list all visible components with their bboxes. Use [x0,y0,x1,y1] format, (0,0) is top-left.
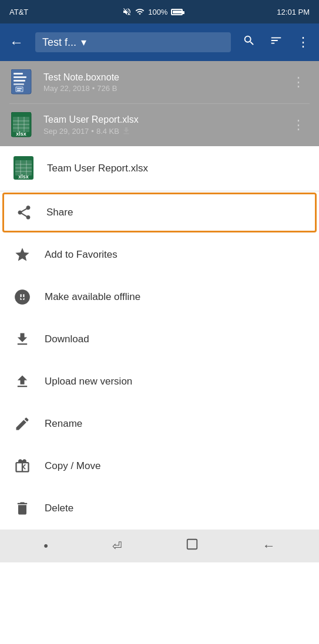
share-icon [14,202,35,223]
battery-percent: 100% [148,8,167,16]
signal-icon [135,7,145,16]
carrier-label: AT&T [9,8,28,16]
favorites-label: Add to Favorites [45,249,117,261]
svg-rect-4 [14,83,24,85]
dropdown-icon: ▾ [81,36,86,49]
file-name-xlsx: Team User Report.xlsx [43,114,279,125]
menu-item-rename[interactable]: Rename [0,403,319,445]
xlsx-file-icon: xlsx [9,112,35,138]
menu-header: xlsx Team User Report.xlsx [0,146,319,191]
copy-icon [12,456,33,477]
menu-item-upload[interactable]: Upload new version [0,360,319,403]
folder-title-button[interactable]: Test f... ▾ [35,32,231,52]
svg-rect-2 [14,76,26,78]
copy-label: Copy / Move [45,460,100,472]
share-label: Share [46,207,73,218]
nav-home-button[interactable] [176,533,208,559]
context-menu: xlsx Team User Report.xlsx Share Add to … [0,146,319,530]
menu-item-share[interactable]: Share [2,193,317,232]
boxnote-file-icon [9,69,35,95]
more-button[interactable]: ⋮ [292,30,314,55]
file-name-boxnote: Test Note.boxnote [43,72,279,83]
nav-back-button[interactable]: ← [253,534,285,558]
menu-header-xlsx-icon: xlsx [12,156,38,181]
menu-item-favorites[interactable]: Add to Favorites [0,234,319,276]
folder-title: Test f... [42,36,76,49]
download-icon [12,329,33,350]
app-bar: ← Test f... ▾ ⋮ [0,23,319,61]
status-icons: 100% [122,7,183,16]
svg-rect-1 [14,73,23,75]
menu-xlsx-icon: xlsx [14,156,36,181]
menu-header-title: Team User Report.xlsx [47,163,148,174]
menu-item-delete[interactable]: Delete [0,487,319,530]
file-more-button-boxnote[interactable]: ⋮ [287,72,310,92]
back-button[interactable]: ← [5,29,28,55]
battery-icon [171,9,183,15]
file-list-background: Test Note.boxnote May 22, 2018 • 726 B ⋮… [0,61,319,146]
svg-text:xlsx: xlsx [18,174,29,180]
search-button[interactable] [238,29,260,55]
delete-label: Delete [45,503,73,514]
file-more-button-xlsx[interactable]: ⋮ [287,115,310,135]
file-item-xlsx[interactable]: xlsx Team User Report.xlsx Sep 29, 2017 … [0,104,319,146]
svg-text:xlsx: xlsx [16,131,26,137]
nav-recent-button[interactable]: ⏎ [103,534,132,558]
file-info-boxnote: Test Note.boxnote May 22, 2018 • 726 B [43,72,279,93]
boxnote-icon [11,69,33,95]
rename-label: Rename [45,418,82,430]
svg-rect-3 [14,80,25,82]
menu-item-offline[interactable]: Make available offline [0,276,319,318]
file-meta-xlsx: Sep 29, 2017 • 8.4 KB [43,126,279,136]
menu-item-download[interactable]: Download [0,318,319,360]
offline-label: Make available offline [45,291,140,303]
nav-dot-button[interactable]: • [34,534,58,558]
upload-icon [12,371,33,392]
file-meta-boxnote: May 22, 2018 • 726 B [43,84,279,93]
offline-icon [12,286,33,308]
app-bar-actions: ⋮ [238,29,314,55]
time-label: 12:01 PM [277,8,310,16]
nav-bar: • ⏎ ← [0,530,319,562]
svg-rect-24 [187,540,197,549]
menu-item-copy[interactable]: Copy / Move [0,445,319,487]
trash-icon [12,498,33,519]
xlsx-icon: xlsx [11,112,33,138]
download-label: Download [45,333,89,345]
file-item-boxnote[interactable]: Test Note.boxnote May 22, 2018 • 726 B ⋮ [0,61,319,103]
download-status-icon [122,126,131,136]
file-info-xlsx: Team User Report.xlsx Sep 29, 2017 • 8.4… [43,114,279,136]
sort-button[interactable] [265,29,287,55]
status-bar: AT&T 100% 12:01 PM [0,0,319,23]
star-icon [12,244,33,265]
upload-label: Upload new version [45,376,132,387]
rename-icon [12,413,33,434]
mute-icon [122,7,132,16]
